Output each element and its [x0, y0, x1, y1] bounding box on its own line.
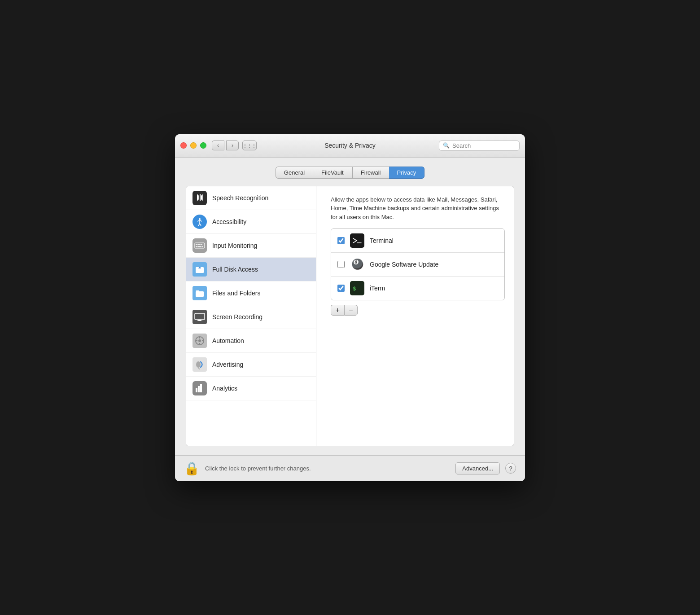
- iterm-checkbox[interactable]: [337, 285, 345, 292]
- list-controls: + −: [331, 305, 505, 316]
- svg-rect-0: [197, 194, 198, 201]
- sidebar-item-input-monitoring[interactable]: Input Monitoring: [186, 234, 316, 258]
- screen-recording-icon: [192, 310, 207, 324]
- accessibility-icon: [192, 215, 207, 229]
- svg-rect-10: [201, 244, 202, 245]
- svg-rect-1: [198, 195, 199, 200]
- remove-app-button[interactable]: −: [344, 305, 358, 316]
- main-panel: Speech Recognition Accessibility: [186, 186, 514, 446]
- add-app-button[interactable]: +: [331, 305, 344, 316]
- files-and-folders-icon: [192, 286, 207, 300]
- lock-text: Click the lock to prevent further change…: [205, 465, 450, 472]
- sidebar-item-screen-recording[interactable]: Screen Recording: [186, 305, 316, 329]
- svg-rect-3: [201, 195, 202, 200]
- sidebar-item-label-analytics: Analytics: [212, 385, 237, 392]
- sidebar-item-advertising[interactable]: Advertising: [186, 353, 316, 377]
- svg-rect-12: [197, 246, 201, 247]
- minimize-button[interactable]: [190, 142, 197, 149]
- table-row: 🎱 Google Software Update: [331, 253, 504, 277]
- svg-rect-22: [199, 343, 200, 345]
- svg-rect-28: [200, 384, 202, 392]
- svg-point-20: [198, 339, 201, 342]
- sidebar-item-analytics[interactable]: Analytics: [186, 377, 316, 400]
- titlebar: ‹ › ⋮⋮⋮ Security & Privacy 🔍: [175, 134, 525, 158]
- tab-general[interactable]: General: [276, 167, 313, 179]
- search-icon: 🔍: [443, 142, 450, 149]
- svg-rect-23: [196, 340, 197, 341]
- svg-rect-21: [199, 337, 200, 338]
- nav-buttons: ‹ ›: [212, 141, 239, 150]
- svg-point-5: [199, 218, 201, 220]
- sidebar-item-label-accessibility: Accessibility: [212, 218, 246, 225]
- grid-button[interactable]: ⋮⋮⋮: [242, 141, 257, 150]
- lock-icon[interactable]: 🔒: [184, 461, 200, 476]
- svg-text:$: $: [353, 285, 356, 292]
- full-disk-access-icon: [192, 262, 207, 277]
- sidebar-item-accessibility[interactable]: Accessibility: [186, 210, 316, 234]
- google-label: Google Software Update: [370, 261, 438, 268]
- sidebar: Speech Recognition Accessibility: [186, 186, 316, 446]
- input-monitoring-icon: [192, 238, 207, 253]
- svg-rect-6: [195, 243, 205, 248]
- tab-privacy[interactable]: Privacy: [389, 167, 425, 179]
- forward-button[interactable]: ›: [226, 141, 239, 150]
- traffic-lights: [180, 142, 206, 149]
- google-icon: 🎱: [350, 257, 364, 272]
- sidebar-item-speech-recognition[interactable]: Speech Recognition: [186, 186, 316, 210]
- svg-point-25: [196, 361, 201, 368]
- svg-rect-15: [196, 291, 204, 297]
- svg-rect-18: [197, 321, 202, 321]
- svg-rect-2: [200, 194, 201, 201]
- tabs: General FileVault Firewall Privacy: [186, 167, 514, 179]
- speech-recognition-icon: [192, 191, 207, 205]
- svg-rect-26: [196, 388, 197, 392]
- main-window: ‹ › ⋮⋮⋮ Security & Privacy 🔍 General Fil…: [175, 134, 525, 481]
- analytics-icon: [192, 381, 207, 395]
- svg-rect-16: [195, 313, 205, 320]
- terminal-icon: [350, 233, 364, 248]
- svg-rect-8: [197, 244, 199, 245]
- sidebar-item-label-input-monitoring: Input Monitoring: [212, 242, 257, 249]
- automation-icon: [192, 334, 207, 348]
- sidebar-item-label-advertising: Advertising: [212, 361, 243, 368]
- svg-rect-27: [198, 386, 200, 392]
- table-row: Terminal: [331, 229, 504, 253]
- help-button[interactable]: ?: [505, 463, 516, 474]
- sidebar-item-automation[interactable]: Automation: [186, 329, 316, 353]
- sidebar-item-files-and-folders[interactable]: Files and Folders: [186, 281, 316, 305]
- svg-rect-17: [198, 320, 201, 321]
- sidebar-item-label-full-disk-access: Full Disk Access: [212, 266, 258, 273]
- iterm-label: iTerm: [370, 285, 385, 292]
- svg-rect-13: [201, 246, 203, 247]
- search-input[interactable]: [452, 142, 516, 149]
- terminal-label: Terminal: [370, 237, 394, 244]
- sidebar-item-label-screen-recording: Screen Recording: [212, 313, 262, 321]
- svg-rect-4: [202, 194, 203, 201]
- bottom-bar: 🔒 Click the lock to prevent further chan…: [175, 455, 525, 481]
- terminal-checkbox[interactable]: [337, 237, 345, 244]
- table-row: $ iTerm: [331, 277, 504, 300]
- sidebar-item-label-files-and-folders: Files and Folders: [212, 290, 260, 297]
- description-text: Allow the apps below to access data like…: [331, 195, 505, 222]
- advanced-button[interactable]: Advanced...: [455, 462, 500, 474]
- svg-rect-9: [199, 244, 201, 245]
- tab-firewall[interactable]: Firewall: [352, 167, 389, 179]
- search-box[interactable]: 🔍: [439, 141, 520, 151]
- app-list: Terminal 🎱 Google Software Update $: [331, 228, 505, 300]
- google-checkbox[interactable]: [337, 261, 345, 268]
- tab-filevault[interactable]: FileVault: [313, 167, 352, 179]
- sidebar-item-label-automation: Automation: [212, 337, 244, 344]
- sidebar-item-label-speech-recognition: Speech Recognition: [212, 194, 268, 202]
- right-panel: Allow the apps below to access data like…: [322, 186, 514, 446]
- close-button[interactable]: [180, 142, 187, 149]
- window-title: Security & Privacy: [324, 142, 376, 149]
- svg-rect-11: [196, 246, 197, 247]
- svg-rect-24: [202, 340, 204, 341]
- iterm-icon: $: [350, 281, 364, 295]
- maximize-button[interactable]: [200, 142, 206, 149]
- back-button[interactable]: ‹: [212, 141, 224, 150]
- advertising-icon: [192, 357, 207, 372]
- sidebar-item-full-disk-access[interactable]: Full Disk Access: [186, 258, 316, 281]
- svg-rect-7: [196, 244, 197, 245]
- content-area: General FileVault Firewall Privacy: [175, 158, 525, 455]
